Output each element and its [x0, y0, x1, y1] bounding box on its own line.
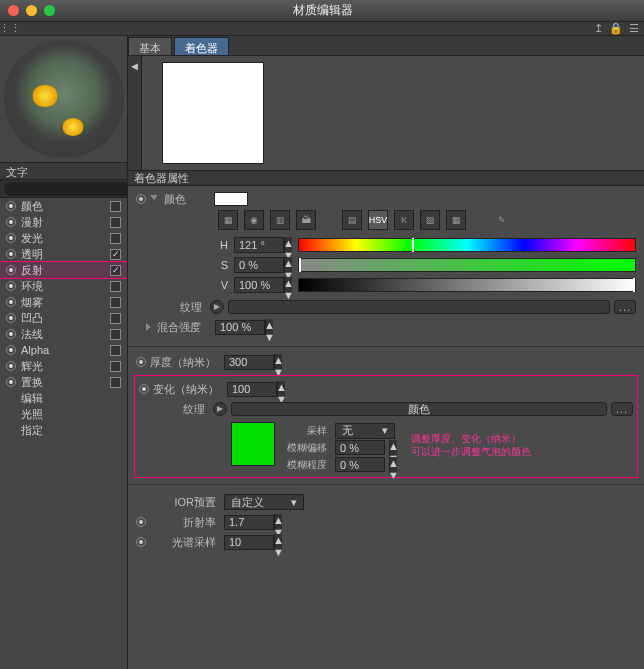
rgb-icon[interactable]: ▤	[342, 210, 362, 230]
channel-置换[interactable]: 置换	[0, 374, 127, 390]
mix-field[interactable]: 100 %	[215, 320, 265, 335]
v-field[interactable]: 100 %	[234, 277, 284, 293]
picker-icon[interactable]: ▦	[218, 210, 238, 230]
radio-icon[interactable]	[6, 361, 16, 371]
channel-光照[interactable]: 光照	[0, 406, 127, 422]
radio-icon[interactable]	[6, 329, 16, 339]
bluroffset-spinner[interactable]: ▲▼	[389, 440, 397, 456]
minimize-icon[interactable]	[26, 5, 37, 16]
radio-icon[interactable]	[6, 345, 16, 355]
ior-field[interactable]: 1.7	[224, 515, 274, 530]
channel-透明[interactable]: 透明	[0, 246, 127, 262]
material-preview[interactable]	[4, 40, 124, 158]
tab-shader[interactable]: 着色器	[174, 37, 229, 55]
thickness-spinner[interactable]: ▲▼	[274, 354, 282, 370]
iorpreset-dropdown[interactable]: 自定义▾	[224, 494, 304, 510]
specsample-spinner[interactable]: ▲▼	[274, 534, 282, 550]
s-spinner[interactable]: ▲▼	[284, 257, 292, 273]
disclosure-icon[interactable]	[139, 384, 149, 394]
radio-icon[interactable]	[6, 313, 16, 323]
channel-反射[interactable]: 反射	[0, 262, 127, 278]
radio-icon[interactable]	[6, 233, 16, 243]
channel-checkbox[interactable]	[110, 361, 121, 372]
disclosure-icon[interactable]	[136, 194, 146, 204]
radio-icon[interactable]	[6, 217, 16, 227]
channel-发光[interactable]: 发光	[0, 230, 127, 246]
radio-icon[interactable]	[6, 377, 16, 387]
image-icon[interactable]: 🏔	[296, 210, 316, 230]
zoom-icon[interactable]	[44, 5, 55, 16]
disclosure-icon[interactable]	[136, 537, 146, 547]
channel-checkbox[interactable]	[110, 249, 121, 260]
mix-spinner[interactable]: ▲▼	[265, 319, 273, 335]
channel-checkbox[interactable]	[110, 265, 121, 276]
channel-checkbox[interactable]	[110, 281, 121, 292]
variation-field[interactable]: 100	[227, 382, 277, 397]
texture2-browse-button[interactable]: ...	[611, 402, 633, 416]
channel-指定[interactable]: 指定	[0, 422, 127, 438]
radio-icon[interactable]	[6, 297, 16, 307]
channel-checkbox[interactable]	[110, 377, 121, 388]
bluramount-field[interactable]: 0 %	[335, 457, 385, 472]
radio-icon[interactable]	[6, 201, 16, 211]
bluramount-spinner[interactable]: ▲▼	[389, 457, 397, 473]
channel-颜色[interactable]: 颜色	[0, 198, 127, 214]
shader-thumbnail[interactable]	[162, 62, 264, 164]
up-icon[interactable]: ↥	[592, 23, 604, 35]
ior-spinner[interactable]: ▲▼	[274, 514, 282, 530]
channel-辉光[interactable]: 辉光	[0, 358, 127, 374]
eyedropper-icon[interactable]: ✎	[492, 210, 512, 230]
channel-checkbox[interactable]	[110, 329, 121, 340]
channel-烟雾[interactable]: 烟雾	[0, 294, 127, 310]
hue-slider[interactable]	[298, 238, 636, 252]
disclosure-icon[interactable]	[136, 357, 146, 367]
close-icon[interactable]	[8, 5, 19, 16]
channel-checkbox[interactable]	[110, 297, 121, 308]
expand-icon[interactable]	[150, 195, 158, 204]
color-swatch[interactable]	[214, 192, 248, 206]
channel-编辑[interactable]: 编辑	[0, 390, 127, 406]
texture2-play-icon[interactable]	[213, 402, 227, 416]
s-field[interactable]: 0 %	[234, 257, 284, 273]
tab-basic[interactable]: 基本	[128, 37, 172, 55]
lock-icon[interactable]: 🔒	[610, 23, 622, 35]
hsv-button[interactable]: HSV	[368, 210, 388, 230]
texture-slot[interactable]	[228, 300, 610, 314]
variation-spinner[interactable]: ▲▼	[277, 381, 285, 397]
menu-icon[interactable]: ☰	[628, 23, 640, 35]
channel-漫射[interactable]: 漫射	[0, 214, 127, 230]
swatches-icon[interactable]: ▦	[446, 210, 466, 230]
channel-checkbox[interactable]	[110, 345, 121, 356]
h-spinner[interactable]: ▲▼	[284, 237, 292, 253]
wheel-icon[interactable]: ◉	[244, 210, 264, 230]
sat-slider[interactable]	[298, 258, 636, 272]
texture2-slot[interactable]: 颜色	[231, 402, 607, 416]
texture-play-icon[interactable]	[210, 300, 224, 314]
channel-checkbox[interactable]	[110, 201, 121, 212]
thickness-field[interactable]: 300	[224, 355, 274, 370]
channel-Alpha[interactable]: Alpha	[0, 342, 127, 358]
channel-checkbox[interactable]	[110, 217, 121, 228]
sample-dropdown[interactable]: 无▾	[335, 423, 395, 439]
thumb-nav[interactable]: ◄	[128, 56, 142, 170]
h-field[interactable]: 121 °	[234, 237, 284, 253]
channel-checkbox[interactable]	[110, 313, 121, 324]
variation-swatch[interactable]	[231, 422, 275, 466]
channel-checkbox[interactable]	[110, 233, 121, 244]
mixer-icon[interactable]: ▨	[420, 210, 440, 230]
channel-凹凸[interactable]: 凹凸	[0, 310, 127, 326]
channel-环境[interactable]: 环境	[0, 278, 127, 294]
v-spinner[interactable]: ▲▼	[284, 277, 292, 293]
texture-browse-button[interactable]: ...	[614, 300, 636, 314]
kelvin-icon[interactable]: K	[394, 210, 414, 230]
grid-icon[interactable]: ⋮⋮	[4, 23, 16, 35]
disclosure-icon[interactable]	[136, 517, 146, 527]
mix-expand-icon[interactable]	[146, 323, 151, 331]
radio-icon[interactable]	[6, 249, 16, 259]
channel-法线[interactable]: 法线	[0, 326, 127, 342]
radio-icon[interactable]	[6, 265, 16, 275]
bluroffset-field[interactable]: 0 %	[335, 440, 385, 455]
spectrum-icon[interactable]: ▥	[270, 210, 290, 230]
val-slider[interactable]	[298, 278, 636, 292]
radio-icon[interactable]	[6, 281, 16, 291]
